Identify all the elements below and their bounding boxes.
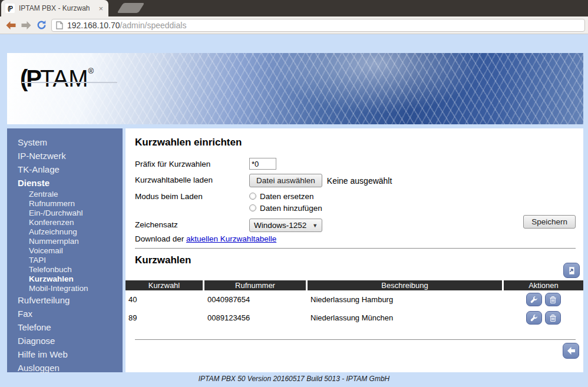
sidebar-item-dienste[interactable]: Dienste bbox=[7, 176, 123, 190]
cell-beschreibung: Niederlassung München bbox=[308, 313, 502, 322]
save-button[interactable]: Speichern bbox=[523, 215, 576, 229]
choose-file-button[interactable]: Datei auswählen bbox=[249, 174, 322, 187]
logo-trademark: ® bbox=[88, 67, 94, 75]
sidebar-item-rufnummern[interactable]: Rufnummern bbox=[7, 199, 123, 209]
prefix-input[interactable] bbox=[249, 158, 276, 170]
iptam-banner: (PTAM® bbox=[7, 53, 583, 124]
sidebar-item-ein-durchwahl[interactable]: Ein-/Durchwahl bbox=[7, 209, 123, 218]
page-insert-icon bbox=[567, 266, 576, 275]
cell-aktionen bbox=[504, 293, 583, 306]
browser-tab[interactable]: (P IPTAM PBX - Kurzwah × bbox=[1, 0, 108, 16]
charset-value: Windows-1252 bbox=[254, 221, 306, 230]
file-status: Keine ausgewählt bbox=[327, 174, 392, 186]
radio-append[interactable] bbox=[249, 204, 256, 211]
mode-options: Daten ersetzen Daten hinzufügen bbox=[249, 190, 322, 214]
page-title: Kurzwahlen einrichten bbox=[135, 137, 576, 148]
document-icon bbox=[56, 21, 63, 29]
browser-toolbar: 192.168.10.70/admin/speeddials bbox=[0, 16, 588, 34]
charset-row: Zeichensatz Windows-1252 ▼ bbox=[135, 219, 576, 232]
charset-label: Zeichensatz bbox=[135, 219, 249, 229]
sidebar-item-system[interactable]: System bbox=[7, 135, 123, 149]
radio-replace[interactable] bbox=[249, 193, 256, 200]
sidebar-item-telefone[interactable]: Telefone bbox=[7, 320, 123, 334]
upload-label: Kurzwahltabelle laden bbox=[135, 174, 249, 184]
cell-kurzwahl: 40 bbox=[125, 295, 203, 304]
new-tab-button[interactable] bbox=[117, 3, 145, 13]
sidebar-item-voicemail[interactable]: Voicemail bbox=[7, 246, 123, 256]
url-domain: 192.168.10.70 bbox=[67, 21, 120, 30]
url-path: /admin/speeddials bbox=[120, 21, 187, 30]
cell-beschreibung: Niederlassung Hamburg bbox=[308, 295, 502, 304]
trash-icon bbox=[549, 296, 557, 304]
browser-back-icon[interactable] bbox=[4, 19, 18, 31]
wrench-icon bbox=[530, 314, 539, 322]
logo-underline bbox=[22, 82, 117, 83]
logo-heavy: (P bbox=[20, 65, 40, 91]
reload-icon[interactable] bbox=[34, 19, 48, 31]
sidebar-item-nummernplan[interactable]: Nummernplan bbox=[7, 237, 123, 246]
mode-option-append: Daten hinzufügen bbox=[249, 202, 322, 214]
table-heading-row: Kurzwahlen bbox=[135, 254, 576, 266]
arrow-left-icon bbox=[567, 347, 576, 355]
back-row bbox=[135, 340, 576, 375]
radio-append-label: Daten hinzufügen bbox=[260, 204, 322, 213]
table-body: 40 0040987654 Niederlassung Hamburg bbox=[125, 290, 583, 327]
sidebar-item-telefonbuch[interactable]: Telefonbuch bbox=[7, 265, 123, 274]
charset-select[interactable]: Windows-1252 ▼ bbox=[249, 219, 322, 232]
prefix-row: Präfix für Kurzwahlen bbox=[135, 158, 576, 170]
browser-forward-icon[interactable] bbox=[19, 19, 33, 31]
radio-replace-label: Daten ersetzen bbox=[260, 192, 314, 201]
iptam-favicon-icon: (P bbox=[5, 4, 15, 13]
page-insert-button[interactable] bbox=[563, 263, 580, 278]
back-button[interactable] bbox=[563, 343, 579, 359]
download-text: Download der bbox=[135, 234, 186, 243]
sidebar-item-ip-netzwerk[interactable]: IP-Netzwerk bbox=[7, 149, 123, 163]
sidebar-item-fax[interactable]: Fax bbox=[7, 307, 123, 320]
sidebar-item-rufverteilung[interactable]: Rufverteilung bbox=[7, 293, 123, 307]
sidebar-item-zentrale[interactable]: Zentrale bbox=[7, 190, 123, 199]
cell-kurzwahl: 89 bbox=[125, 313, 203, 322]
download-line: Download der aktuellen Kurzwahltabelle bbox=[135, 234, 576, 243]
sidebar-item-diagnose[interactable]: Diagnose bbox=[7, 334, 123, 348]
chevron-down-icon: ▼ bbox=[312, 223, 318, 229]
tab-title: IPTAM PBX - Kurzwah bbox=[19, 4, 95, 12]
col-header-aktionen: Aktionen bbox=[504, 280, 583, 290]
close-tab-icon[interactable]: × bbox=[97, 4, 104, 13]
edit-button[interactable] bbox=[526, 311, 542, 325]
cell-rufnummer: 0040987654 bbox=[204, 295, 306, 304]
prefix-label: Präfix für Kurzwahlen bbox=[135, 158, 249, 168]
delete-button[interactable] bbox=[545, 293, 561, 306]
table-header-row: Kurzwahl Rufnummer Beschreibung Aktionen bbox=[125, 280, 583, 290]
mode-option-replace: Daten ersetzen bbox=[249, 190, 322, 202]
trash-icon bbox=[549, 314, 557, 322]
sidebar-item-ausloggen[interactable]: Ausloggen bbox=[7, 361, 123, 375]
url-bar[interactable]: 192.168.10.70/admin/speeddials bbox=[51, 19, 585, 32]
footer-version-text: IPTAM PBX 50 Version 20160517 Build 5013… bbox=[0, 375, 588, 383]
col-header-beschreibung: Beschreibung bbox=[308, 280, 502, 290]
logo-light: TAM bbox=[40, 65, 88, 91]
col-header-rufnummer: Rufnummer bbox=[204, 280, 306, 290]
sidebar-item-mobil-integration[interactable]: Mobil-Integration bbox=[7, 284, 123, 293]
sidebar-item-hilfe-im-web[interactable]: Hilfe im Web bbox=[7, 348, 123, 361]
delete-button[interactable] bbox=[545, 311, 561, 325]
sidebar-item-konferenzen[interactable]: Konferenzen bbox=[7, 218, 123, 227]
mode-label: Modus beim Laden bbox=[135, 190, 249, 201]
table-heading: Kurzwahlen bbox=[135, 254, 576, 266]
cell-aktionen bbox=[504, 311, 583, 325]
main-content: Kurzwahlen einrichten Präfix für Kurzwah… bbox=[125, 128, 583, 372]
cell-rufnummer: 0089123456 bbox=[204, 313, 306, 322]
browser-tab-bar: (P IPTAM PBX - Kurzwah × bbox=[0, 0, 588, 16]
table-row: 89 0089123456 Niederlassung München bbox=[125, 309, 583, 327]
sidebar-item-tapi[interactable]: TAPI bbox=[7, 256, 123, 265]
sidebar-item-tk-anlage[interactable]: TK-Anlage bbox=[7, 163, 123, 176]
sidebar-item-aufzeichnung[interactable]: Aufzeichnung bbox=[7, 227, 123, 237]
download-link[interactable]: aktuellen Kurzwahltabelle bbox=[186, 234, 276, 243]
sidebar-nav: System IP-Netzwerk TK-Anlage Dienste Zen… bbox=[7, 128, 123, 372]
table-row: 40 0040987654 Niederlassung Hamburg bbox=[125, 290, 583, 309]
col-header-kurzwahl: Kurzwahl bbox=[125, 280, 203, 290]
edit-button[interactable] bbox=[526, 293, 542, 306]
iptam-logo: (PTAM® bbox=[20, 59, 94, 90]
speed-dial-table: Kurzwahl Rufnummer Beschreibung Aktionen… bbox=[125, 280, 583, 327]
divider bbox=[135, 248, 576, 249]
sidebar-item-kurzwahlen[interactable]: Kurzwahlen bbox=[7, 274, 123, 284]
